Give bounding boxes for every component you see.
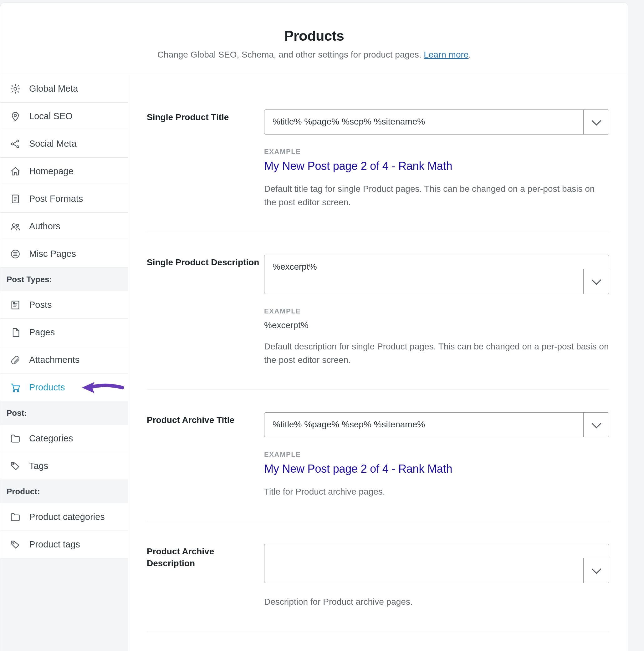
sidebar-item-label: Product categories — [29, 512, 105, 522]
chevron-down-icon — [591, 564, 601, 574]
cart-icon — [9, 382, 22, 393]
single-title-input[interactable]: %title% %page% %sep% %sitename% — [264, 110, 609, 134]
title-preview: My New Post page 2 of 4 - Rank Math — [264, 159, 609, 173]
share-icon — [9, 138, 22, 149]
description-preview: %excerpt% — [264, 320, 609, 330]
sidebar-item-pages[interactable]: Pages — [0, 319, 128, 346]
sidebar-item-homepage[interactable]: Homepage — [0, 158, 128, 185]
sidebar-item-products[interactable]: Products — [0, 374, 128, 401]
field-single-product-title: Single Product Title %title% %page% %sep… — [147, 110, 609, 232]
article-icon — [9, 300, 22, 310]
panel-header: Products Change Global SEO, Schema, and … — [0, 3, 628, 75]
sidebar-item-authors[interactable]: Authors — [0, 213, 128, 240]
sidebar-item-product-cats[interactable]: Product categories — [0, 503, 128, 531]
pin-icon — [9, 111, 22, 122]
example-label: EXAMPLE — [264, 307, 609, 315]
sidebar-section: Product: — [0, 480, 128, 503]
sidebar-item-global-meta[interactable]: Global Meta — [0, 75, 128, 103]
sidebar-item-misc-pages[interactable]: Misc Pages — [0, 240, 128, 268]
sidebar-item-label: Tags — [29, 461, 48, 471]
sidebar-item-categories[interactable]: Categories — [0, 425, 128, 452]
sidebar-item-label: Pages — [29, 327, 55, 338]
example-label: EXAMPLE — [264, 451, 609, 459]
sidebar: Global MetaLocal SEOSocial MetaHomepageP… — [0, 75, 128, 651]
sidebar-item-post-formats[interactable]: Post Formats — [0, 185, 128, 213]
sidebar-item-label: Authors — [29, 221, 60, 231]
doc-icon — [9, 194, 22, 204]
sidebar-item-label: Social Meta — [29, 138, 77, 149]
title-preview: My New Post page 2 of 4 - Rank Math — [264, 462, 609, 475]
field-label: Product Archive Title — [147, 412, 261, 498]
folder-icon — [9, 512, 22, 522]
sidebar-item-label: Posts — [29, 300, 52, 310]
sidebar-item-local-seo[interactable]: Local SEO — [0, 103, 128, 130]
field-help: Default title tag for single Product pag… — [264, 182, 609, 209]
variables-dropdown-toggle[interactable] — [583, 110, 609, 134]
sidebar-item-tags[interactable]: Tags — [0, 452, 128, 480]
field-help: Title for Product archive pages. — [264, 485, 609, 498]
field-product-archive-title: Product Archive Title %title% %page% %se… — [147, 412, 609, 521]
attach-icon — [9, 355, 22, 365]
field-label: Single Product Description — [147, 255, 261, 367]
tag-icon — [9, 461, 22, 471]
annotation-arrow-icon — [80, 379, 124, 396]
sidebar-section: Post Types: — [0, 268, 128, 291]
variables-dropdown-toggle[interactable] — [583, 269, 609, 294]
archive-description-input[interactable] — [264, 544, 609, 583]
sidebar-item-label: Product tags — [29, 539, 80, 550]
sidebar-item-label: Local SEO — [29, 111, 72, 121]
variables-dropdown-toggle[interactable] — [583, 413, 609, 437]
sidebar-item-label: Categories — [29, 433, 73, 443]
list-icon — [9, 249, 22, 259]
chevron-down-icon — [591, 418, 601, 428]
settings-panel: Products Change Global SEO, Schema, and … — [0, 2, 628, 651]
sidebar-item-label: Global Meta — [29, 84, 78, 94]
field-help: Description for Product archive pages. — [264, 595, 609, 609]
single-description-input[interactable]: %excerpt% — [264, 255, 609, 294]
page-icon — [9, 327, 22, 338]
sidebar-item-label: Attachments — [29, 355, 80, 365]
field-label: Product Archive Description — [147, 544, 261, 609]
chevron-down-icon — [591, 116, 601, 125]
home-icon — [9, 166, 22, 177]
sidebar-item-posts[interactable]: Posts — [0, 291, 128, 319]
sidebar-item-product-tags[interactable]: Product tags — [0, 531, 128, 558]
page-title: Products — [13, 28, 615, 44]
archive-title-input[interactable]: %title% %page% %sep% %sitename% — [264, 412, 609, 437]
sidebar-item-label: Products — [29, 382, 65, 393]
field-single-product-description: Single Product Description %excerpt% EXA… — [147, 255, 609, 390]
sidebar-item-label: Misc Pages — [29, 249, 76, 259]
sidebar-item-attachments[interactable]: Attachments — [0, 346, 128, 374]
sidebar-section: Post: — [0, 401, 128, 425]
folder-icon — [9, 433, 22, 444]
main-content: Single Product Title %title% %page% %sep… — [128, 75, 628, 651]
example-label: EXAMPLE — [264, 148, 609, 156]
page-subtitle: Change Global SEO, Schema, and other set… — [13, 50, 615, 60]
field-help: Default description for single Product p… — [264, 340, 609, 367]
chevron-down-icon — [591, 275, 601, 285]
users-icon — [9, 221, 22, 232]
variables-dropdown-toggle[interactable] — [583, 558, 609, 583]
gear-icon — [9, 84, 22, 94]
field-label: Single Product Title — [147, 110, 261, 209]
sidebar-item-label: Post Formats — [29, 194, 83, 204]
field-product-archive-description: Product Archive Description Description … — [147, 544, 609, 631]
sidebar-item-label: Homepage — [29, 166, 73, 177]
sidebar-item-social-meta[interactable]: Social Meta — [0, 130, 128, 158]
tag-icon — [9, 539, 22, 550]
learn-more-link[interactable]: Learn more — [424, 50, 468, 59]
